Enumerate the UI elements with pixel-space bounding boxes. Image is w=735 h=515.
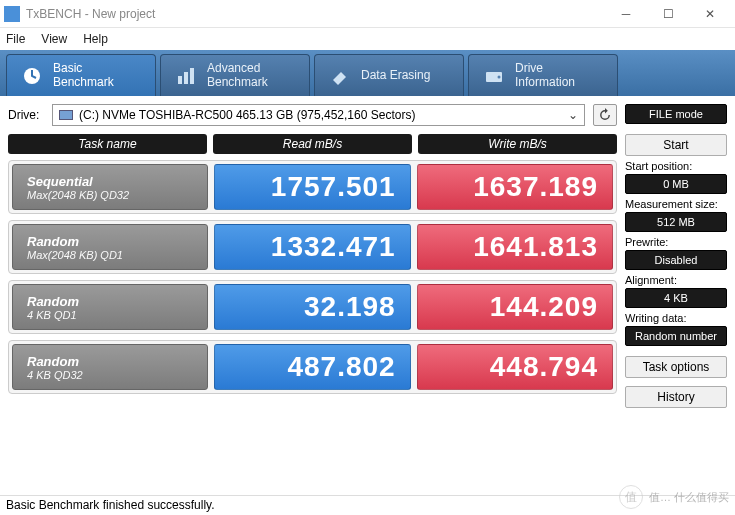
header-task: Task name — [8, 134, 207, 154]
alignment-value[interactable]: 4 KB — [625, 288, 727, 308]
file-mode-button[interactable]: FILE mode — [625, 104, 727, 124]
maximize-button[interactable]: ☐ — [647, 2, 689, 26]
bars-icon — [175, 65, 197, 87]
write-value: 144.209 — [417, 284, 613, 330]
side-panel: FILE mode Start Start position: 0 MB Mea… — [625, 104, 727, 408]
tab-label-l1: Advanced — [207, 61, 260, 75]
tabbar: BasicBenchmark AdvancedBenchmark Data Er… — [0, 50, 735, 96]
writing-data-label: Writing data: — [625, 310, 727, 324]
alignment-label: Alignment: — [625, 272, 727, 286]
disk-icon — [59, 110, 73, 120]
svg-rect-1 — [178, 76, 182, 84]
drive-icon — [483, 65, 505, 87]
close-button[interactable]: ✕ — [689, 2, 731, 26]
tab-label-l1: Data Erasing — [361, 68, 430, 82]
refresh-icon — [598, 108, 612, 122]
start-position-value[interactable]: 0 MB — [625, 174, 727, 194]
drive-select[interactable]: (C:) NVMe TOSHIBA-RC500 465.13 GB (975,4… — [52, 104, 585, 126]
measurement-size-label: Measurement size: — [625, 196, 727, 210]
task-name-cell: Random4 KB QD1 — [12, 284, 208, 330]
read-value: 1757.501 — [214, 164, 410, 210]
menubar: File View Help — [0, 28, 735, 50]
minimize-button[interactable]: ─ — [605, 2, 647, 26]
write-value: 448.794 — [417, 344, 613, 390]
task-name-cell: SequentialMax(2048 KB) QD32 — [12, 164, 208, 210]
chevron-down-icon: ⌄ — [568, 108, 578, 122]
read-value: 1332.471 — [214, 224, 410, 270]
table-row: RandomMax(2048 KB) QD1 1332.471 1641.813 — [8, 220, 617, 274]
tab-advanced-benchmark[interactable]: AdvancedBenchmark — [160, 54, 310, 96]
task-options-button[interactable]: Task options — [625, 356, 727, 378]
prewrite-value[interactable]: Disabled — [625, 250, 727, 270]
menu-view[interactable]: View — [41, 32, 67, 46]
watermark-text: 值… 什么值得买 — [649, 490, 729, 505]
svg-point-5 — [498, 75, 501, 78]
tab-label-l2: Benchmark — [53, 75, 114, 89]
start-position-label: Start position: — [625, 158, 727, 172]
read-value: 32.198 — [214, 284, 410, 330]
watermark: 值 值… 什么值得买 — [619, 485, 729, 509]
measurement-size-value[interactable]: 512 MB — [625, 212, 727, 232]
eraser-icon — [329, 65, 351, 87]
header-write: Write mB/s — [418, 134, 617, 154]
write-value: 1637.189 — [417, 164, 613, 210]
drive-value: (C:) NVMe TOSHIBA-RC500 465.13 GB (975,4… — [79, 108, 415, 122]
start-button[interactable]: Start — [625, 134, 727, 156]
write-value: 1641.813 — [417, 224, 613, 270]
svg-rect-2 — [184, 72, 188, 84]
tab-label-l1: Basic — [53, 61, 82, 75]
main-panel: Drive: (C:) NVMe TOSHIBA-RC500 465.13 GB… — [8, 104, 617, 408]
table-row: Random4 KB QD32 487.802 448.794 — [8, 340, 617, 394]
svg-rect-3 — [190, 68, 194, 84]
writing-data-value[interactable]: Random number — [625, 326, 727, 346]
header-read: Read mB/s — [213, 134, 412, 154]
refresh-button[interactable] — [593, 104, 617, 126]
clock-icon — [21, 65, 43, 87]
table-row: Random4 KB QD1 32.198 144.209 — [8, 280, 617, 334]
app-icon — [4, 6, 20, 22]
task-name-cell: Random4 KB QD32 — [12, 344, 208, 390]
drive-label: Drive: — [8, 108, 44, 122]
window-title: TxBENCH - New project — [26, 7, 605, 21]
history-button[interactable]: History — [625, 386, 727, 408]
watermark-icon: 值 — [619, 485, 643, 509]
prewrite-label: Prewrite: — [625, 234, 727, 248]
tab-data-erasing[interactable]: Data Erasing — [314, 54, 464, 96]
menu-file[interactable]: File — [6, 32, 25, 46]
tab-basic-benchmark[interactable]: BasicBenchmark — [6, 54, 156, 96]
table-row: SequentialMax(2048 KB) QD32 1757.501 163… — [8, 160, 617, 214]
tab-label-l2: Benchmark — [207, 75, 268, 89]
titlebar: TxBENCH - New project ─ ☐ ✕ — [0, 0, 735, 28]
read-value: 487.802 — [214, 344, 410, 390]
task-name-cell: RandomMax(2048 KB) QD1 — [12, 224, 208, 270]
tab-drive-information[interactable]: DriveInformation — [468, 54, 618, 96]
menu-help[interactable]: Help — [83, 32, 108, 46]
tab-label-l2: Information — [515, 75, 575, 89]
tab-label-l1: Drive — [515, 61, 543, 75]
